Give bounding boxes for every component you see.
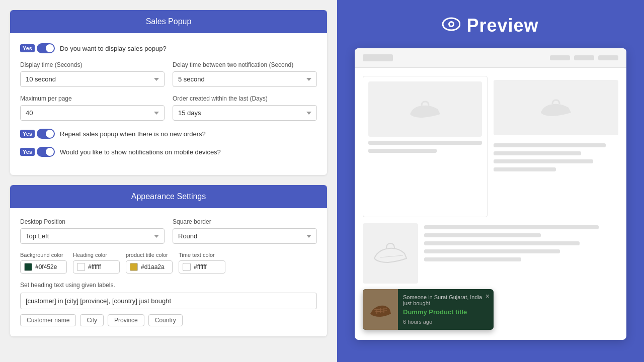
appearance-header: Appearance Settings [10, 185, 327, 208]
browser-nav-items [550, 55, 618, 60]
browser-nav-item-3 [598, 55, 618, 60]
repeat-toggle-yes-label: Yes [20, 130, 35, 138]
svg-line-3 [380, 255, 403, 257]
browser-nav-item-1 [550, 55, 570, 60]
popup-close-button[interactable]: × [486, 292, 490, 300]
display-time-label: Display time (Seconds) [20, 61, 165, 68]
appearance-card: Appearance Settings Desktop Position Top… [10, 185, 327, 336]
time-text-color-swatch [183, 263, 191, 271]
product-title-color-group: product title color #d1aa2a [126, 252, 173, 274]
background-color-input[interactable]: #0f452e [20, 260, 67, 274]
max-per-page-group: Maximum per page 40 [20, 95, 165, 121]
mobile-toggle-switch[interactable] [37, 147, 55, 157]
product-title-color-label: product title color [126, 252, 173, 258]
customer-name-tag[interactable]: Customer name [20, 314, 76, 326]
product-card-2 [494, 76, 618, 217]
background-color-swatch [24, 263, 32, 271]
popup-time: 6 hours ago [403, 319, 489, 325]
country-tag[interactable]: Country [148, 314, 183, 326]
popup-top-text: Someone in Surat Gujarat, India just bou… [403, 294, 489, 306]
preview-eye-icon [442, 17, 460, 35]
city-tag[interactable]: City [80, 314, 104, 326]
background-color-label: Background color [20, 252, 67, 258]
position-border-row: Desktop Position Top Left Square border … [20, 218, 317, 244]
popup-product-title: Dummy Product title [403, 308, 489, 316]
appearance-body: Desktop Position Top Left Square border … [10, 208, 327, 336]
repeat-toggle-row: Yes Repeat sales popup when there is no … [20, 129, 317, 139]
desktop-position-group: Desktop Position Top Left [20, 218, 165, 244]
display-time-group: Display time (Seconds) 10 second [20, 61, 165, 87]
color-row: Background color #0f452e Heading color #… [20, 252, 317, 274]
browser-bar [355, 48, 626, 68]
max-per-page-label: Maximum per page [20, 95, 165, 102]
label-input-field[interactable] [20, 293, 317, 309]
popup-content: Someone in Surat Gujarat, India just bou… [398, 289, 494, 330]
desktop-position-label: Desktop Position [20, 218, 165, 225]
repeat-toggle-question: Repeat sales popup when there is no new … [60, 130, 206, 138]
popup-notification: Someone in Surat Gujarat, India just bou… [363, 289, 494, 330]
max-per-page-select[interactable]: 40 [20, 105, 165, 121]
product-image-1 [368, 81, 482, 137]
time-row: Display time (Seconds) 10 second Delay t… [20, 61, 317, 87]
heading-color-swatch [77, 263, 85, 271]
product-card-1 [363, 76, 488, 217]
text-lines-2 [494, 139, 618, 171]
mobile-toggle-question: Would you like to show notifications on … [60, 148, 221, 156]
mobile-toggle-badge: Yes [20, 147, 55, 157]
delay-time-group: Delay time between two notification (Sec… [173, 61, 317, 87]
square-border-group: Square border Round [173, 218, 317, 244]
tag-row: Customer name City Province Country [20, 314, 317, 326]
sales-popup-title: Sales Popup [146, 17, 192, 26]
heading-color-label: Heading color [73, 252, 120, 258]
display-toggle-question: Do you want to display sales popup? [60, 45, 167, 52]
product-image-2 [494, 80, 618, 135]
svg-point-2 [450, 23, 453, 26]
product-title-color-swatch [130, 263, 138, 271]
square-border-select[interactable]: Round [173, 228, 317, 244]
repeat-toggle-switch[interactable] [37, 129, 55, 139]
browser-mockup: Someone in Surat Gujarat, India just bou… [355, 48, 626, 340]
right-panel: Preview [337, 0, 644, 362]
product-title-color-input[interactable]: #d1aa2a [126, 260, 173, 274]
sales-popup-body: Yes Do you want to display sales popup? … [10, 33, 327, 175]
sales-popup-card: Sales Popup Yes Do you want to display s… [10, 10, 327, 175]
square-border-label: Square border [173, 218, 317, 225]
sales-popup-header: Sales Popup [10, 10, 327, 33]
heading-color-value: #ffffff [88, 263, 116, 270]
display-toggle-switch[interactable] [37, 43, 55, 53]
appearance-title: Appearance Settings [131, 192, 206, 201]
product-title-color-value: #d1aa2a [141, 263, 169, 270]
display-toggle-yes-label: Yes [20, 44, 35, 52]
order-created-select[interactable]: 15 days [173, 105, 317, 121]
product-line-1 [368, 141, 482, 145]
delay-time-select[interactable]: 5 second [173, 71, 317, 87]
display-toggle-row: Yes Do you want to display sales popup? [20, 43, 317, 53]
time-text-color-group: Time text color #ffffff [179, 252, 225, 274]
display-time-select[interactable]: 10 second [20, 71, 165, 87]
preview-header: Preview [442, 15, 538, 36]
mobile-toggle-row: Yes Would you like to show notifications… [20, 147, 317, 157]
popup-product-image [363, 289, 398, 330]
time-text-color-label: Time text color [179, 252, 225, 258]
mobile-toggle-yes-label: Yes [20, 148, 35, 156]
heading-color-group: Heading color #ffffff [73, 252, 120, 274]
max-order-row: Maximum per page 40 Order created within… [20, 95, 317, 121]
province-tag[interactable]: Province [108, 314, 144, 326]
product-line-2 [368, 149, 437, 153]
order-created-label: Order created within the last (Days) [173, 95, 317, 102]
desktop-position-select[interactable]: Top Left [20, 228, 165, 244]
heading-color-input[interactable]: #ffffff [73, 260, 120, 274]
repeat-toggle-badge: Yes [20, 129, 55, 139]
preview-title: Preview [466, 15, 538, 36]
delay-time-label: Delay time between two notification (Sec… [173, 61, 317, 68]
left-panel: Sales Popup Yes Do you want to display s… [0, 0, 337, 362]
browser-search-box [363, 54, 393, 61]
browser-nav-item-2 [574, 55, 594, 60]
order-created-group: Order created within the last (Days) 15 … [173, 95, 317, 121]
label-instruction: Set heading text using given labels. [20, 282, 317, 289]
time-text-color-input[interactable]: #ffffff [179, 260, 225, 274]
background-color-value: #0f452e [35, 263, 63, 270]
display-toggle-badge: Yes [20, 43, 55, 53]
product-image-sm [363, 223, 418, 284]
background-color-group: Background color #0f452e [20, 252, 67, 274]
